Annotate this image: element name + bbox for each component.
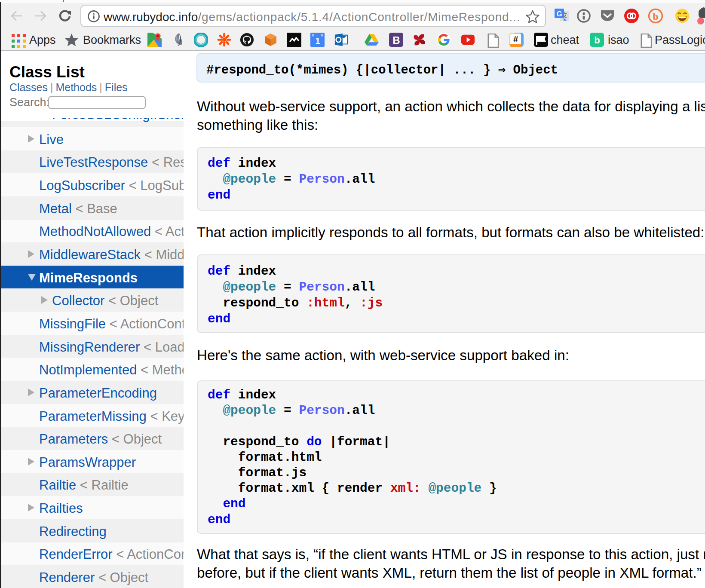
svg-text:B: B [392,34,400,46]
svg-text:b: b [594,35,600,46]
svg-text:b: b [653,11,658,22]
svg-text:G: G [556,10,562,18]
svg-text:#: # [513,34,518,44]
svg-text:1: 1 [315,36,320,46]
